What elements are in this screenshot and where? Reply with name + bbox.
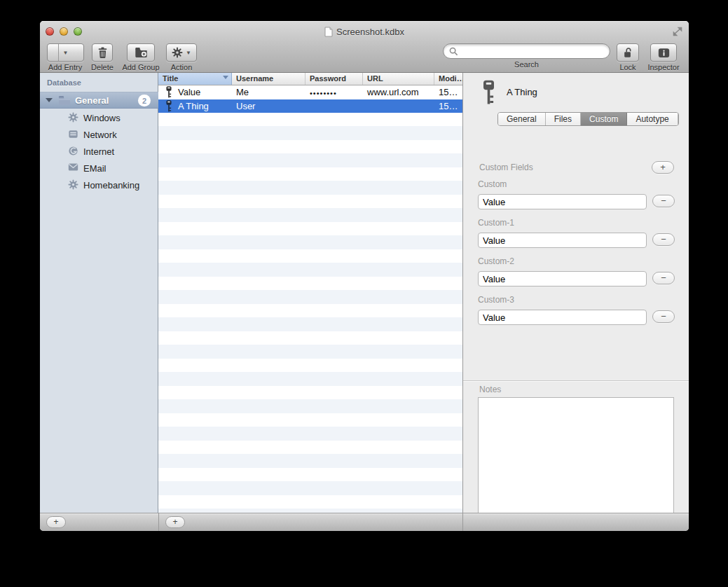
column-header-password[interactable]: Password [305,73,363,85]
cell-username: Me [232,87,305,97]
inspector-tab[interactable]: Autotype [627,113,678,125]
cell-modified: 15… [434,101,462,111]
inspector-tab[interactable]: Custom [581,113,627,125]
inspector-button[interactable] [650,43,677,62]
inspector-info-icon [658,48,670,58]
sidebar-item[interactable]: Network [40,126,158,143]
notes-textarea[interactable] [478,397,674,530]
sidebar-item-label: Internet [83,146,114,157]
sort-descending-icon [223,76,228,79]
custom-field-group: Custom-3 − [478,295,675,325]
search-label: Search [514,60,539,69]
disclosure-triangle-icon[interactable] [46,98,53,102]
add-entry-label: Add Entry [48,63,82,71]
table-body: Value Me •••••••• www.url.com 15… A Thin… [158,85,462,513]
table-row[interactable]: A Thing User 15… [158,99,462,113]
custom-fields-heading: Custom Fields [479,163,533,172]
search-group: Search [443,43,610,69]
chevron-down-icon[interactable]: ▼ [58,44,73,61]
add-group-button[interactable] [127,43,155,62]
cell-password [305,105,363,106]
sidebar-item[interactable]: Homebanking [40,177,158,193]
delete-group: Delete [81,43,123,71]
lock-button[interactable] [617,43,639,62]
cell-password: •••••••• [305,88,363,97]
custom-field-input[interactable] [478,233,647,248]
column-header-url[interactable]: URL [363,73,434,85]
sidebar-item-label: Homebanking [83,180,139,191]
table-row[interactable]: Value Me •••••••• www.url.com 15… [158,85,462,99]
custom-field-group: Custom-1 − [478,218,675,248]
globe-icon [68,146,79,157]
title-bar[interactable]: Screenshot.kdbx [40,21,689,42]
cell-url: www.url.com [363,87,434,97]
add-entry-group: ▼ Add Entry [44,43,86,71]
sidebar: Database General 2 Windows Network [40,73,158,513]
lock-icon [623,47,633,59]
custom-fields-list: Custom − Custom-1 − Custom-2 − Custom-3 [478,179,675,333]
custom-field-group: Custom-2 − [478,256,675,286]
add-entry-button[interactable]: ▼ [47,43,84,62]
add-group-group: Add Group [120,43,162,71]
add-group-plus-button[interactable]: + [46,516,66,528]
custom-field-label: Custom-2 [478,256,675,266]
entry-count-badge: 2 [138,95,151,106]
inspector-toggle-group: Inspector [644,43,683,71]
divider [463,380,689,381]
notes-heading: Notes [479,385,501,394]
folder-icon [58,95,71,105]
column-header-username[interactable]: Username [232,73,305,85]
table-header: Title Username Password URL Modi… [158,73,462,85]
divider [462,513,463,531]
inspector-tabs: GeneralFilesCustomAutotype [497,112,679,126]
delete-button[interactable] [92,43,113,62]
action-button[interactable]: ▼ [166,43,197,62]
add-group-label: Add Group [122,63,159,71]
remove-custom-field-button[interactable]: − [652,195,675,207]
divider [158,513,159,531]
custom-field-label: Custom [478,179,675,189]
sidebar-item[interactable]: Windows [40,109,158,126]
custom-field-input[interactable] [478,194,647,209]
sidebar-group-label: General [75,95,109,106]
action-label: Action [171,63,193,71]
remove-custom-field-button[interactable]: − [652,272,675,284]
lock-label: Lock [619,63,636,71]
window-title: Screenshot.kdbx [336,27,404,37]
search-input[interactable] [462,46,604,57]
column-header-title[interactable]: Title [158,73,232,85]
inspector-label: Inspector [647,63,679,71]
key-icon [481,80,496,105]
add-entry-plus-button[interactable]: + [165,516,185,528]
sidebar-item[interactable]: EMail [40,160,158,177]
remove-custom-field-button[interactable]: − [652,233,675,246]
sidebar-items: Windows Network Internet EMail Homebanki… [40,109,158,193]
inspector-panel: A Thing GeneralFilesCustomAutotype Custo… [462,73,689,513]
sidebar-item[interactable]: Internet [40,143,158,160]
custom-field-label: Custom-3 [478,295,675,305]
gear-icon [68,112,79,123]
search-icon [449,47,458,56]
custom-field-input[interactable] [478,271,647,286]
cell-title: Value [178,87,200,97]
gear-icon [172,47,183,58]
cell-modified: 15… [434,87,462,97]
search-field[interactable] [443,43,610,59]
sidebar-group-general[interactable]: General 2 [40,92,158,109]
add-custom-field-button[interactable]: + [652,161,674,174]
remove-custom-field-button[interactable]: − [652,310,675,323]
inspector-tab[interactable]: General [498,113,546,125]
app-window: Screenshot.kdbx ▼ Add Entry [40,21,689,531]
window-chrome: Screenshot.kdbx ▼ Add Entry [40,21,689,73]
inspector-tab[interactable]: Files [546,113,581,125]
sidebar-section-header: Database [47,78,81,87]
column-header-modified[interactable]: Modi… [434,73,462,85]
custom-field-group: Custom − [478,179,675,209]
sidebar-item-label: Windows [83,113,121,123]
document-icon [324,27,333,37]
envelope-icon [68,163,79,174]
fullscreen-arrows-icon[interactable] [672,27,683,36]
custom-field-input[interactable] [478,310,647,325]
key-icon [165,86,172,98]
action-group: ▼ Action [160,43,202,71]
